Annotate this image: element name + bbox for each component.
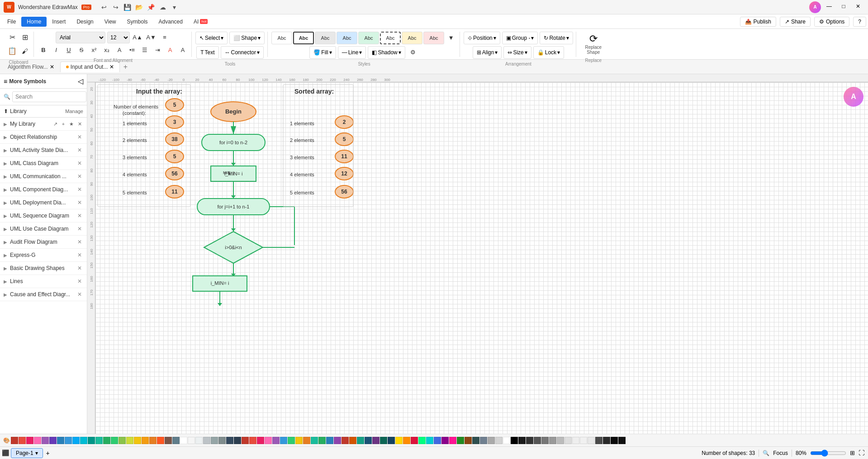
color-swatch[interactable]	[195, 437, 203, 444]
my-library-add-button[interactable]: +	[60, 120, 67, 128]
color-swatch[interactable]	[57, 437, 64, 444]
style-2[interactable]: Abc	[293, 32, 314, 44]
tab-input-output[interactable]: Input and Out... ✕	[60, 62, 120, 72]
color-swatch[interactable]	[180, 437, 187, 444]
color-swatch[interactable]	[218, 437, 226, 444]
position-button[interactable]: ⊹ Position ▾	[464, 32, 500, 44]
color-swatch[interactable]	[365, 437, 372, 444]
color-swatch[interactable]	[318, 437, 326, 444]
styles-settings-button[interactable]: ⚙	[407, 47, 419, 58]
color-swatch[interactable]	[34, 437, 41, 444]
color-swatch[interactable]	[119, 437, 126, 444]
color-swatch[interactable]	[434, 437, 441, 444]
color-swatch[interactable]	[480, 437, 487, 444]
sidebar-item-uml-component[interactable]: ▶ UML Component Diag... ✕	[0, 183, 87, 196]
fullscreen-button[interactable]: ⛶	[859, 450, 864, 456]
color-swatch[interactable]	[11, 437, 18, 444]
color-swatch[interactable]	[142, 437, 149, 444]
maximize-button[interactable]: □	[837, 1, 850, 11]
color-swatch[interactable]	[111, 437, 118, 444]
style-7[interactable]: Abc	[402, 32, 422, 44]
menu-advanced[interactable]: Advanced	[153, 17, 188, 27]
color-swatch[interactable]	[249, 437, 256, 444]
sidebar-item-cause-effect[interactable]: ▶ Cause and Effect Diagr... ✕	[0, 288, 87, 301]
fill-button[interactable]: 🪣 Fill ▾	[309, 46, 336, 59]
color-swatch[interactable]	[457, 437, 464, 444]
object-relationship-close[interactable]: ✕	[76, 133, 83, 141]
color-swatch[interactable]	[495, 437, 503, 444]
color-swatch[interactable]	[518, 437, 526, 444]
color-swatch[interactable]	[449, 437, 456, 444]
sidebar-item-uml-communication[interactable]: ▶ UML Communication ... ✕	[0, 170, 87, 183]
shadow-button[interactable]: ◧ Shadow ▾	[368, 46, 405, 59]
copy-button[interactable]: ⊞	[19, 32, 31, 43]
format-paint-button[interactable]: 🖌	[19, 45, 31, 57]
color-swatch[interactable]	[603, 437, 610, 444]
color-swatch[interactable]	[595, 437, 602, 444]
color-swatch[interactable]	[303, 437, 310, 444]
color-swatch[interactable]	[272, 437, 280, 444]
sidebar-item-uml-sequence[interactable]: ▶ UML Sequence Diagram ✕	[0, 209, 87, 222]
style-6[interactable]: Abc	[380, 32, 401, 44]
font-select[interactable]: Arial	[56, 32, 105, 43]
subscript-button[interactable]: x₂	[101, 44, 113, 56]
sidebar-item-lines[interactable]: ▶ Lines ✕	[0, 275, 87, 288]
color-swatch[interactable]	[295, 437, 303, 444]
color-swatch[interactable]	[503, 437, 510, 444]
cloud-button[interactable]: ☁	[157, 2, 168, 13]
options-button[interactable]: ⚙ Options	[814, 17, 849, 27]
sidebar-item-basic-drawing[interactable]: ▶ Basic Drawing Shapes ✕	[0, 262, 87, 275]
align-tool-button[interactable]: ⊞ Align ▾	[473, 46, 502, 59]
color-swatch[interactable]	[80, 437, 87, 444]
list-button[interactable]: ☰	[139, 44, 151, 56]
minimize-button[interactable]: —	[823, 1, 835, 11]
undo-button[interactable]: ↩	[99, 2, 109, 13]
lines-close[interactable]: ✕	[76, 278, 83, 285]
sidebar-item-uml-class[interactable]: ▶ UML Class Diagram ✕	[0, 157, 87, 170]
my-library-export-button[interactable]: ↗	[52, 120, 59, 128]
bold-button[interactable]: B	[38, 44, 49, 56]
color-swatch[interactable]	[572, 437, 579, 444]
color-swatch[interactable]	[488, 437, 495, 444]
shape-button[interactable]: ⬜ Shape ▾	[229, 32, 265, 44]
publish-button[interactable]: 📤 Publish	[740, 17, 776, 27]
replace-shape-button[interactable]: ⟳ Replace Shape	[580, 32, 607, 56]
fit-icon[interactable]: 🔍	[763, 450, 769, 456]
color-swatch[interactable]	[549, 437, 556, 444]
uml-component-close[interactable]: ✕	[76, 186, 83, 193]
font-color-button[interactable]: A	[164, 44, 176, 56]
color-swatch[interactable]	[372, 437, 379, 444]
my-library-star-button[interactable]: ★	[68, 120, 75, 128]
line-button[interactable]: — Line ▾	[338, 46, 366, 59]
sidebar-item-express-g[interactable]: ▶ Express-G ✕	[0, 249, 87, 262]
color-swatch[interactable]	[126, 437, 133, 444]
color-swatch[interactable]	[26, 437, 33, 444]
color-swatch[interactable]	[280, 437, 287, 444]
add-tab-button[interactable]: +	[120, 62, 131, 72]
color-swatch[interactable]	[334, 437, 341, 444]
audit-flow-close[interactable]: ✕	[76, 238, 83, 246]
color-swatch[interactable]	[580, 437, 587, 444]
zoom-slider[interactable]	[810, 450, 846, 457]
strikethrough-button[interactable]: S	[76, 44, 87, 56]
page-tab-1[interactable]: Page-1 ▾	[11, 448, 43, 458]
text-tool-button[interactable]: T Text	[196, 46, 218, 59]
uml-deployment-close[interactable]: ✕	[76, 199, 83, 206]
color-swatch[interactable]	[411, 437, 418, 444]
color-swatch[interactable]	[349, 437, 356, 444]
color-swatch[interactable]	[49, 437, 57, 444]
color-swatch[interactable]	[465, 437, 472, 444]
color-swatch[interactable]	[395, 437, 403, 444]
color-swatch[interactable]	[103, 437, 110, 444]
increase-font-button[interactable]: A▲	[132, 32, 143, 43]
rotate-button[interactable]: ↻ Rotate ▾	[540, 32, 573, 44]
basic-drawing-close[interactable]: ✕	[76, 265, 83, 272]
color-swatch[interactable]	[95, 437, 103, 444]
paste-button[interactable]: 📋	[6, 45, 18, 57]
color-swatch[interactable]	[72, 437, 80, 444]
font-size-select[interactable]: 12	[107, 32, 130, 43]
align-button[interactable]: ≡	[159, 32, 171, 43]
save-button[interactable]: 💾	[122, 2, 133, 13]
open-button[interactable]: 📂	[134, 2, 145, 13]
color-swatch[interactable]	[326, 437, 333, 444]
